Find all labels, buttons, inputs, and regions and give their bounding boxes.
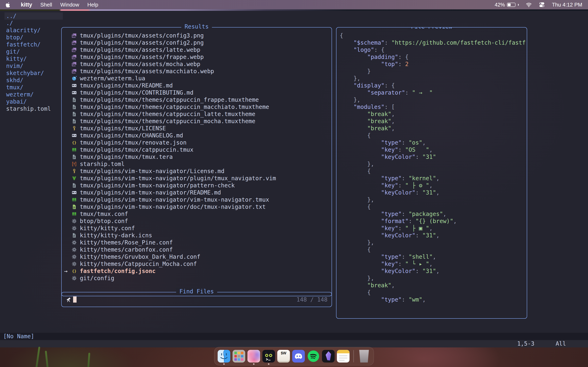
dock-item-finder[interactable] [218, 350, 230, 363]
result-row[interactable]: kitty/themes/carbonfox.conf [64, 246, 330, 253]
dock-item-obsidian[interactable] [322, 350, 335, 363]
result-row[interactable]: tmux/plugins/tmux/README.md [64, 82, 330, 89]
result-row[interactable]: tmux/plugins/tmux/assets/macchiato.webp [64, 68, 330, 75]
file-path: tmux/plugins/tmux/renovate.json [80, 139, 187, 146]
result-row[interactable]: tmux/plugins/tmux/tmux.tera [64, 153, 330, 160]
dock-item-spotify[interactable] [307, 350, 320, 363]
sidebar-entry[interactable]: btop/ [4, 34, 63, 41]
result-row[interactable]: tmux/plugins/vim-tmux-navigator/License.… [64, 167, 330, 175]
sidebar-entry[interactable]: starship.toml [4, 105, 63, 112]
menu-shell[interactable]: Shell [40, 2, 52, 8]
dock-item-swkey[interactable]: $W [277, 350, 290, 363]
sidebar-entry[interactable]: yabai/ [4, 98, 63, 105]
code-line: "padding": { [340, 53, 527, 60]
file-path: tmux/plugins/tmux/themes/catppuccin_moch… [80, 118, 255, 125]
result-row[interactable]: tmux/plugins/tmux/themes/catppuccin_frap… [64, 96, 330, 103]
image-file-icon [71, 47, 77, 53]
result-row[interactable]: tmux/plugins/vim-tmux-navigator/README.m… [64, 189, 330, 196]
result-row[interactable]: wezterm/wezterm.lua [64, 75, 330, 82]
result-row[interactable]: tmux/plugins/tmux/assets/mocha.webp [64, 60, 330, 68]
result-row[interactable]: tmux/tmux.conf [64, 210, 330, 217]
result-row[interactable]: tmux/plugins/tmux/LICENSE [64, 125, 330, 132]
result-row[interactable]: kitty/kitty.conf [64, 225, 330, 232]
doc-file-icon [71, 233, 77, 238]
file-path: tmux/plugins/tmux/CHANGELOG.md [80, 132, 183, 139]
gear-file-icon [71, 275, 77, 281]
sidebar-entry[interactable]: sketchybar/ [4, 69, 63, 77]
dock-item-kitty[interactable] [262, 350, 275, 363]
dock-item-discord[interactable] [292, 350, 305, 363]
menu-bar: kittyShellWindowHelp 42% [0, 0, 588, 9]
telescope-prompt-panel: Find Files 148 / 148 [61, 292, 332, 307]
menu-bar-clock[interactable]: Thu 4:12 PM [552, 2, 582, 8]
file-path: btop/btop.conf [80, 218, 128, 225]
sidebar-entry[interactable]: ./ [4, 20, 63, 27]
file-path: tmux/plugins/vim-tmux-navigator/doc/tmux… [80, 203, 266, 210]
telescope-icon [66, 296, 72, 303]
result-row[interactable]: tmux/plugins/tmux/assets/latte.webp [64, 46, 330, 53]
result-row[interactable]: tmux/plugins/tmux/themes/catppuccin_moch… [64, 118, 330, 125]
code-line: "keyColor": "31", [340, 267, 527, 275]
kitty-terminal-window: .././alacritty/btop/fastfetch/git/kitty/… [0, 11, 588, 347]
result-row[interactable]: kitty/themes/Catppuccin_Mocha.conf [64, 260, 330, 267]
file-path: fastfetch/config.jsonc [80, 268, 156, 275]
code-line: { [340, 132, 527, 139]
apple-logo-icon[interactable] [6, 2, 11, 7]
result-row[interactable]: tmux/plugins/tmux/renovate.json [64, 139, 330, 146]
sidebar-entry[interactable]: kitty/ [4, 55, 63, 62]
wifi-icon[interactable] [526, 2, 532, 8]
result-row[interactable]: tmux/plugins/vim-tmux-navigator/plugin/t… [64, 175, 330, 182]
file-path: tmux/plugins/vim-tmux-navigator/README.m… [80, 189, 221, 196]
code-line: }, [340, 196, 527, 203]
result-row[interactable]: tmux/plugins/tmux/CHANGELOG.md [64, 132, 330, 139]
file-path: tmux/plugins/tmux/assets/latte.webp [80, 47, 200, 53]
control-center-icon[interactable] [539, 2, 545, 8]
menu-window[interactable]: Window [60, 2, 79, 8]
dock-item-launchpad[interactable] [233, 350, 245, 363]
result-row[interactable]: kitty/themes/Gruvbox_Dark_Hard.conf [64, 253, 330, 260]
result-row[interactable]: tmux/plugins/tmux/assets/frappe.webp [64, 53, 330, 60]
result-row[interactable]: kitty/themes/Rose_Pine.conf [64, 239, 330, 246]
gear-file-icon [71, 261, 77, 267]
dock-item-pinkapp[interactable] [247, 350, 260, 363]
battery-indicator[interactable]: 42% [495, 2, 519, 8]
result-row[interactable]: tmux/plugins/vim-tmux-navigator/pattern-… [64, 182, 330, 189]
sidebar-entry[interactable]: skhd/ [4, 77, 63, 84]
result-row[interactable]: tmux/plugins/tmux/assets/config2.png [64, 39, 330, 46]
code-line: "type": "wm", [340, 296, 527, 303]
result-row[interactable]: git/config [64, 275, 330, 282]
result-row[interactable]: tmux/plugins/tmux/themes/catppuccin_macc… [64, 103, 330, 110]
result-row[interactable]: tmux/plugins/vim-tmux-navigator/doc/tmux… [64, 203, 330, 210]
code-line: }, [340, 275, 527, 282]
sidebar-entry[interactable]: ../ [4, 12, 63, 20]
result-row[interactable]: tmux/plugins/tmux/assets/config3.png [64, 32, 330, 39]
result-row[interactable]: tmux/plugins/tmux/CONTRIBUTING.md [64, 89, 330, 96]
result-row[interactable]: kitty/kitty-dark.icns [64, 232, 330, 239]
result-row[interactable]: tmux/plugins/tmux/catppuccin.tmux [64, 146, 330, 153]
file-path: tmux/plugins/tmux/tmux.tera [80, 154, 173, 160]
gear-file-icon [71, 218, 77, 224]
code-line: { [340, 289, 527, 296]
image-file-icon [71, 61, 77, 67]
vim-statusline: [No Name] [0, 333, 588, 340]
tmux-file-icon [71, 197, 77, 202]
result-row[interactable]: tmux/plugins/tmux/themes/catppuccin_latt… [64, 110, 330, 118]
sidebar-entry[interactable]: wezterm/ [4, 91, 63, 98]
image-file-icon [71, 54, 77, 60]
result-row[interactable]: btop/btop.conf [64, 217, 330, 225]
dock-item-trash[interactable] [358, 350, 370, 363]
menu-help[interactable]: Help [87, 2, 98, 8]
menu-kitty[interactable]: kitty [21, 2, 32, 8]
result-row[interactable]: tmux/plugins/vim-tmux-navigator/vim-tmux… [64, 196, 330, 203]
code-line: "type": "shell", [340, 253, 527, 260]
sidebar-entry[interactable]: alacritty/ [4, 27, 63, 34]
sidebar-entry[interactable]: fastfetch/ [4, 41, 63, 48]
code-line: "key": " ├ ▣ ", [340, 225, 527, 232]
code-line: "break", [340, 282, 527, 289]
sidebar-entry[interactable]: nvim/ [4, 62, 63, 69]
dock-item-notes[interactable] [337, 350, 350, 363]
sidebar-entry[interactable]: tmux/ [4, 84, 63, 91]
result-row[interactable]: starship.toml [64, 160, 330, 167]
sidebar-entry[interactable]: git/ [4, 48, 63, 55]
result-row[interactable]: →fastfetch/config.jsonc [64, 267, 330, 275]
